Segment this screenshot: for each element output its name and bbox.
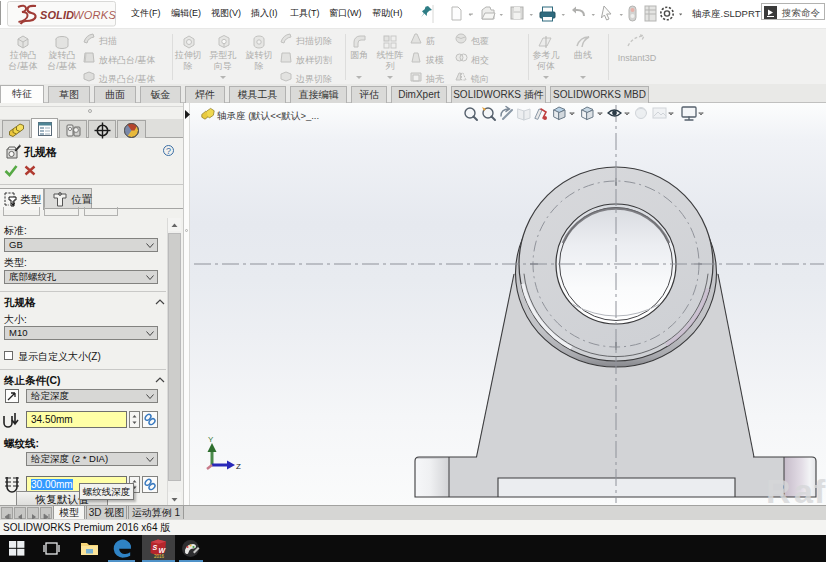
svg-text:轴承座 (默认<<默认>_...: 轴承座 (默认<<默认>_... xyxy=(217,110,319,121)
svg-text:f: f xyxy=(814,472,826,505)
svg-text:WORKS: WORKS xyxy=(73,9,116,21)
svg-text:SOLID: SOLID xyxy=(40,9,74,21)
svg-text:a: a xyxy=(794,472,814,505)
svg-text:2016: 2016 xyxy=(154,554,165,559)
svg-text:S: S xyxy=(153,544,158,551)
svg-text:Y: Y xyxy=(208,435,214,444)
svg-text:Z: Z xyxy=(236,462,241,471)
svg-text:R: R xyxy=(766,472,791,505)
